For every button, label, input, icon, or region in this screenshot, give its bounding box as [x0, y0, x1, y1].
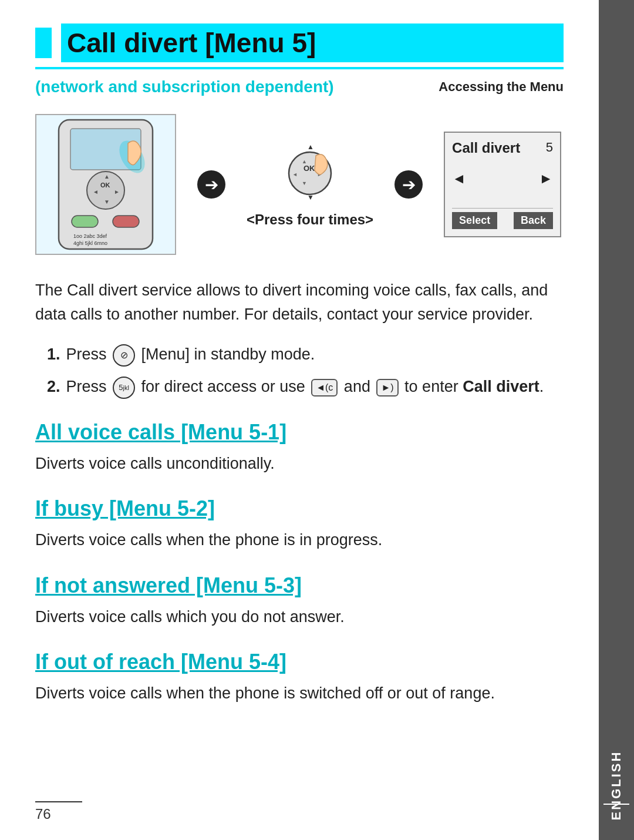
screen-nav-arrows: ◄ ► [452, 170, 553, 187]
section-5-4-heading[interactable]: If out of reach [Menu 5-4] [35, 650, 564, 674]
svg-text:▼: ▼ [104, 199, 110, 205]
section-5-4-body: Diverts voice calls when the phone is sw… [35, 681, 564, 705]
section-menu-5-1: All voice calls [Menu 5-1] Diverts voice… [35, 420, 564, 476]
screen-menu-number: 5 [546, 140, 553, 155]
svg-text:►: ► [114, 189, 120, 195]
5jkl-icon: 5jkl [113, 377, 135, 399]
screen-right-arrow: ► [539, 170, 553, 187]
page-subtitle: (network and subscription dependent) [35, 78, 334, 96]
nav-right-key: ►) [376, 379, 398, 397]
arrow-right-1: ➔ [197, 170, 225, 199]
ok-press-diagram: ▲ OK ▲ ▼ ◄ ► ▼ <Press four times> [247, 141, 373, 228]
screen-back-btn[interactable]: Back [514, 212, 553, 229]
svg-text:▲: ▲ [104, 173, 110, 180]
section-menu-5-2: If busy [Menu 5-2] Diverts voice calls w… [35, 496, 564, 552]
section-5-2-heading[interactable]: If busy [Menu 5-2] [35, 496, 564, 521]
press-label: <Press four times> [247, 211, 373, 228]
page-header: Call divert [Menu 5] (network and subscr… [35, 23, 564, 96]
screen-left-arrow: ◄ [452, 170, 466, 187]
step-1: 1. Press ⊘ [Menu] in standby mode. [47, 342, 564, 367]
header-line [35, 67, 564, 69]
screen-select-btn[interactable]: Select [452, 212, 497, 229]
page-number-block: 76 [35, 801, 82, 822]
main-content: Call divert [Menu 5] (network and subscr… [0, 0, 599, 840]
phone-illustration: OK ▲ ▼ ◄ ► 1oo 2abc 3def 4ghi 5jkl 6mno [35, 114, 176, 255]
steps-list: 1. Press ⊘ [Menu] in standby mode. 2. Pr… [47, 342, 564, 399]
svg-text:▼: ▼ [307, 193, 314, 201]
accessing-menu-label: Accessing the Menu [439, 79, 564, 95]
section-5-2-body: Diverts voice calls when the phone is in… [35, 528, 564, 552]
ok-press-svg: ▲ OK ▲ ▼ ◄ ► ▼ [281, 141, 339, 206]
title-accent [35, 28, 52, 58]
section-5-3-body: Diverts voice calls which you do not ans… [35, 605, 564, 629]
svg-rect-9 [113, 216, 139, 227]
section-5-1-heading[interactable]: All voice calls [Menu 5-1] [35, 420, 564, 445]
svg-text:4ghi  5jkl  6mno: 4ghi 5jkl 6mno [73, 240, 107, 246]
page-number-line [35, 801, 82, 802]
arrow-right-2: ➔ [394, 170, 423, 199]
screen-top: Call divert 5 [452, 140, 553, 156]
svg-text:OK: OK [303, 164, 315, 173]
sidebar: ENGLISH [599, 0, 634, 840]
svg-text:OK: OK [100, 182, 110, 189]
section-5-1-body: Diverts voice calls unconditionally. [35, 452, 564, 476]
svg-text:▼: ▼ [302, 180, 307, 186]
page-title: Call divert [Menu 5] [61, 23, 564, 62]
step-2-number: 2. [47, 375, 60, 399]
title-bar: Call divert [Menu 5] [35, 23, 564, 62]
step-1-number: 1. [47, 342, 60, 367]
step-1-text: Press ⊘ [Menu] in standby mode. [66, 342, 315, 367]
svg-text:1oo  2abc  3def: 1oo 2abc 3def [73, 233, 107, 239]
page-wrapper: Call divert [Menu 5] (network and subscr… [0, 0, 634, 840]
svg-rect-8 [72, 216, 98, 227]
phone-svg: OK ▲ ▼ ◄ ► 1oo 2abc 3def 4ghi 5jkl 6mno [41, 117, 170, 252]
body-paragraph: The Call divert service allows to divert… [35, 278, 564, 326]
svg-text:▲: ▲ [302, 159, 307, 164]
screen-title-text: Call divert [452, 140, 520, 156]
section-menu-5-4: If out of reach [Menu 5-4] Diverts voice… [35, 650, 564, 705]
section-menu-5-3: If not answered [Menu 5-3] Diverts voice… [35, 573, 564, 629]
section-5-3-heading[interactable]: If not answered [Menu 5-3] [35, 573, 564, 598]
nav-left-key: ◄(c [311, 379, 338, 397]
screen-display: Call divert 5 ◄ ► Select Back [444, 132, 561, 237]
sections-container: All voice calls [Menu 5-1] Diverts voice… [35, 420, 564, 705]
menu-icon: ⊘ [113, 344, 135, 367]
step-2: 2. Press 5jkl for direct access or use ◄… [47, 375, 564, 399]
sidebar-language-label: ENGLISH [609, 751, 624, 821]
svg-text:◄: ◄ [93, 189, 99, 195]
svg-text:◄: ◄ [292, 172, 298, 177]
svg-text:▲: ▲ [307, 143, 314, 151]
diagram-section: OK ▲ ▼ ◄ ► 1oo 2abc 3def 4ghi 5jkl 6mno [35, 114, 564, 255]
subtitle-row: (network and subscription dependent) Acc… [35, 78, 564, 96]
page-number-text: 76 [35, 806, 51, 822]
step-2-text: Press 5jkl for direct access or use ◄(c … [66, 375, 544, 399]
screen-buttons: Select Back [452, 208, 553, 229]
